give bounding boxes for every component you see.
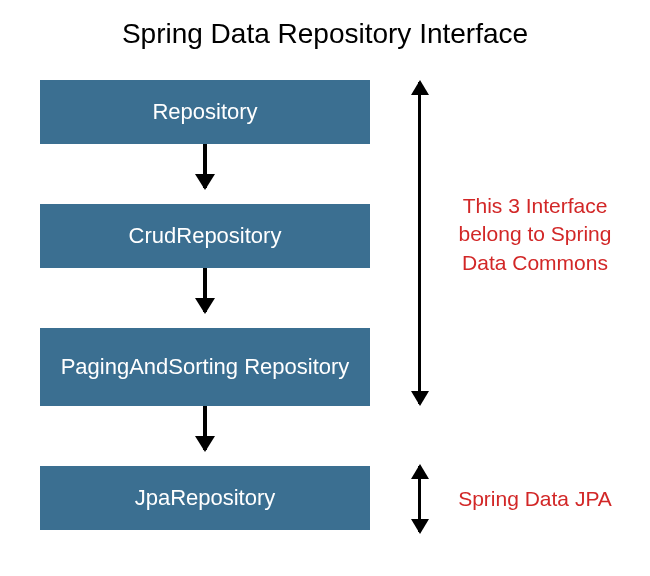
box-pagingandsorting: PagingAndSorting Repository bbox=[40, 328, 370, 406]
box-repository: Repository bbox=[40, 80, 370, 144]
box-label: Repository bbox=[152, 98, 257, 126]
box-label: CrudRepository bbox=[129, 222, 282, 250]
diagram-title: Spring Data Repository Interface bbox=[0, 0, 650, 50]
arrow-down-icon bbox=[203, 268, 207, 312]
box-jparepository: JpaRepository bbox=[40, 466, 370, 530]
annotation-jpa: Spring Data JPA bbox=[450, 485, 620, 513]
diagram-canvas: Repository CrudRepository PagingAndSorti… bbox=[40, 80, 610, 560]
annotation-commons: This 3 Interface belong to Spring Data C… bbox=[450, 192, 620, 277]
arrow-down-icon bbox=[203, 144, 207, 188]
bracket-jpa bbox=[418, 466, 421, 532]
arrow-down-icon bbox=[203, 406, 207, 450]
box-label: JpaRepository bbox=[135, 484, 276, 512]
bracket-commons bbox=[418, 82, 421, 404]
box-label: PagingAndSorting Repository bbox=[61, 353, 350, 381]
box-crudrepository: CrudRepository bbox=[40, 204, 370, 268]
